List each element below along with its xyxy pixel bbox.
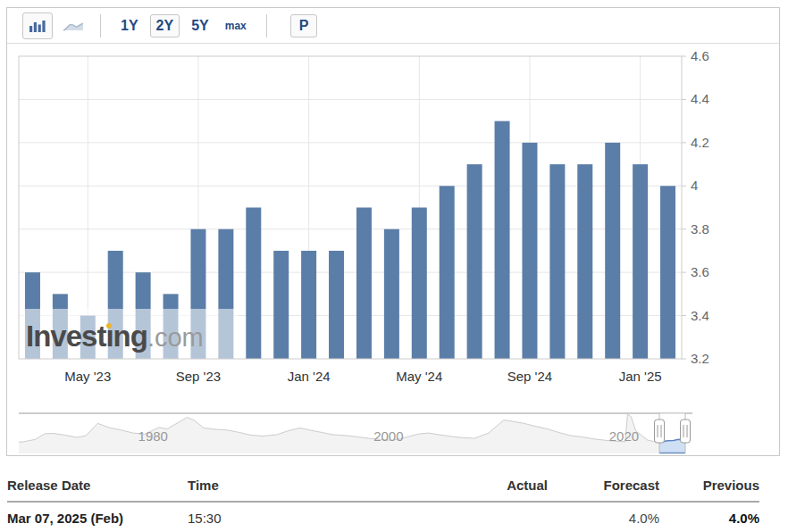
cell-time: 15:30: [188, 511, 331, 526]
bar[interactable]: [633, 164, 648, 359]
bar[interactable]: [412, 208, 427, 360]
header-forecast: Forecast: [548, 478, 659, 493]
header-time: Time: [188, 478, 331, 493]
toolbar-divider: [100, 14, 101, 37]
bar[interactable]: [246, 208, 261, 360]
release-table-header: Release Date Time Actual Forecast Previo…: [7, 478, 759, 503]
navigator-year-label: 1980: [138, 428, 168, 444]
chart-panel: 1Y 2Y 5Y max P 3.23.43.63.844.24.44.6May…: [6, 7, 780, 456]
bar[interactable]: [440, 186, 455, 359]
bar[interactable]: [660, 186, 675, 359]
chart-toolbar: 1Y 2Y 5Y max P: [7, 8, 779, 44]
x-axis-label: Sep '24: [507, 369, 552, 384]
navigator-chart[interactable]: 198020002020: [7, 410, 781, 457]
main-bar-chart: 3.23.43.63.844.24.44.6May '23Sep '23Jan …: [7, 44, 781, 410]
bar[interactable]: [301, 251, 316, 359]
bar-chart-type-button[interactable]: [22, 12, 53, 39]
header-previous: Previous: [659, 478, 759, 493]
header-actual: Actual: [331, 478, 548, 493]
range-button-max[interactable]: max: [225, 20, 247, 32]
bar[interactable]: [273, 251, 289, 359]
header-release-date: Release Date: [7, 478, 188, 493]
bar[interactable]: [356, 208, 372, 360]
bar[interactable]: [577, 164, 592, 359]
navigator-left-handle[interactable]: [655, 420, 665, 443]
x-axis-label: May '23: [64, 369, 111, 384]
y-axis-label: 3.4: [691, 308, 709, 323]
release-table: Release Date Time Actual Forecast Previo…: [7, 478, 759, 526]
bar[interactable]: [329, 251, 344, 359]
range-button-2y-selected[interactable]: 2Y: [150, 14, 180, 37]
bar[interactable]: [384, 229, 399, 359]
y-axis-label: 4.6: [691, 48, 709, 63]
y-axis-label: 4.2: [691, 135, 709, 150]
line-chart-icon: [63, 18, 84, 34]
release-table-row: Mar 07, 2025 (Feb) 15:30 4.0% 4.0%: [7, 503, 759, 526]
bar-chart-icon: [29, 18, 46, 34]
print-button[interactable]: P: [290, 14, 318, 37]
navigator-year-label: 2000: [373, 428, 403, 444]
watermark-overlay: [20, 309, 239, 359]
line-chart-type-button[interactable]: [58, 12, 88, 39]
bar[interactable]: [549, 164, 565, 359]
bar[interactable]: [467, 164, 482, 359]
bar[interactable]: [522, 143, 537, 359]
toolbar-divider: [266, 14, 267, 37]
x-axis-label: Jan '25: [619, 369, 662, 384]
navigator-year-label: 2020: [609, 428, 639, 444]
x-axis-label: Jan '24: [288, 369, 331, 384]
bar[interactable]: [495, 121, 510, 359]
navigator-area: [19, 414, 685, 453]
y-axis-label: 4.4: [691, 91, 709, 106]
y-axis-label: 3.2: [691, 351, 709, 366]
y-axis-label: 3.8: [691, 221, 709, 237]
x-axis-label: Sep '23: [176, 369, 221, 384]
range-button-1y[interactable]: 1Y: [121, 18, 138, 34]
bar[interactable]: [605, 143, 620, 359]
cell-release-date: Mar 07, 2025 (Feb): [7, 511, 188, 526]
cell-previous: 4.0%: [659, 511, 759, 526]
y-axis-label: 4: [691, 178, 698, 193]
navigator-right-handle[interactable]: [681, 420, 691, 443]
y-axis-label: 3.6: [691, 264, 709, 279]
x-axis-label: May '24: [396, 369, 442, 384]
range-button-5y[interactable]: 5Y: [191, 18, 209, 34]
cell-forecast: 4.0%: [548, 511, 659, 526]
